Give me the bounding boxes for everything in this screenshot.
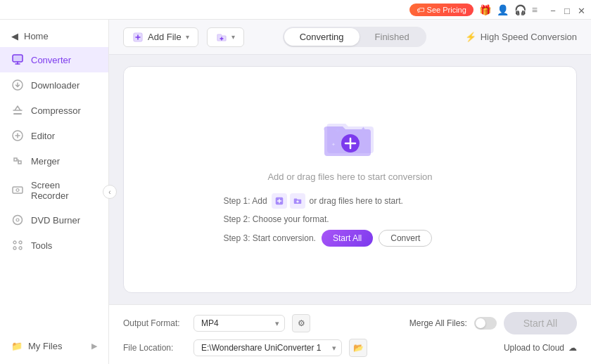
maximize-button[interactable]: □ <box>563 6 571 14</box>
lightning-icon: ⚡ <box>465 32 476 42</box>
dvd-burner-icon <box>11 214 24 226</box>
svg-point-7 <box>13 216 23 225</box>
sidebar-item-downloader[interactable]: Downloader <box>0 72 108 98</box>
step2-text: Step 2: Choose your format. <box>224 214 329 224</box>
add-file-chevron-icon: ▾ <box>186 33 189 41</box>
menu-icon: ≡ <box>532 4 538 15</box>
minimize-button[interactable]: − <box>549 6 557 14</box>
back-icon: ◀ <box>11 31 18 41</box>
svg-rect-5 <box>13 187 23 193</box>
merger-label: Merger <box>31 156 60 167</box>
compressor-label: Compressor <box>31 105 81 116</box>
folder-illustration: ✦ ✦ ✦ <box>319 107 382 163</box>
settings-icon[interactable]: ⚙ <box>292 314 310 332</box>
svg-point-9 <box>13 241 16 244</box>
drop-zone[interactable]: ✦ ✦ ✦ Add or drag files here to start co… <box>123 66 577 293</box>
sidebar-item-my-files[interactable]: 📁 My Files ▶ <box>0 334 108 358</box>
content-area: Add File ▾ ▾ Converting Finished ⚡ High … <box>109 20 591 364</box>
step-3: Step 3: Start conversion. Start All Conv… <box>224 230 477 247</box>
merger-icon <box>11 155 24 167</box>
output-format-select[interactable]: MP4 AVI MOV MKV WMV FLV GIF MP3 <box>193 315 285 332</box>
sidebar-item-compressor[interactable]: Compressor <box>0 98 108 123</box>
browse-folder-icon[interactable]: 📂 <box>349 339 367 357</box>
file-location-select-wrap: E:\Wondershare UniConverter 1 <box>193 339 342 356</box>
cloud-icon: ☁ <box>568 343 577 353</box>
screen-recorder-label: Screen Recorder <box>31 180 97 201</box>
file-location-select[interactable]: E:\Wondershare UniConverter 1 <box>193 339 342 356</box>
sidebar-item-home[interactable]: ◀ Home <box>0 25 108 47</box>
sidebar: ◀ Home Converter Downloader <box>0 20 109 364</box>
svg-point-6 <box>16 189 19 192</box>
editor-icon <box>11 129 24 142</box>
tab-group-container: Converting Finished <box>253 27 457 47</box>
window-controls: − □ ✕ <box>549 6 585 14</box>
output-format-select-wrap: MP4 AVI MOV MKV WMV FLV GIF MP3 <box>193 315 285 332</box>
svg-text:✦: ✦ <box>331 142 336 147</box>
tab-converting[interactable]: Converting <box>284 28 360 46</box>
tab-group: Converting Finished <box>283 27 426 47</box>
svg-point-11 <box>13 247 16 249</box>
sidebar-item-screen-recorder[interactable]: Screen Recorder <box>0 174 108 207</box>
svg-point-8 <box>16 219 19 221</box>
sidebar-item-editor[interactable]: Editor <box>0 123 108 148</box>
gift-icon: 🎁 <box>479 4 491 15</box>
svg-text:✦: ✦ <box>361 126 366 132</box>
downloader-label: Downloader <box>31 80 80 91</box>
title-bar: 🏷 See Pricing 🎁 👤 🎧 ≡ − □ ✕ <box>0 0 591 20</box>
screen-recorder-icon <box>11 184 24 197</box>
tab-finished[interactable]: Finished <box>360 28 425 46</box>
close-button[interactable]: ✕ <box>577 6 585 14</box>
pricing-label: See Pricing <box>427 6 466 14</box>
toggle-knob <box>476 318 485 328</box>
my-files-label: My Files <box>28 341 62 351</box>
sidebar-home-label: Home <box>24 31 49 41</box>
tools-icon <box>11 239 24 252</box>
svg-point-10 <box>19 241 22 244</box>
add-folder-button[interactable]: ▾ <box>207 27 244 47</box>
sidebar-item-tools[interactable]: Tools <box>0 233 108 258</box>
bottom-row-2: File Location: E:\Wondershare UniConvert… <box>123 339 577 357</box>
svg-rect-0 <box>13 55 23 62</box>
convert-inner-button[interactable]: Convert <box>379 230 432 247</box>
add-file-button[interactable]: Add File ▾ <box>123 27 198 47</box>
headphone-icon: 🎧 <box>514 4 526 15</box>
sidebar-item-converter[interactable]: Converter <box>0 47 108 72</box>
downloader-icon <box>11 79 24 91</box>
add-folder-chevron-icon: ▾ <box>231 33 235 41</box>
converter-label: Converter <box>31 55 71 65</box>
app-body: ◀ Home Converter Downloader <box>0 20 591 364</box>
sidebar-item-merger[interactable]: Merger <box>0 148 108 174</box>
tools-label: Tools <box>31 240 52 251</box>
upload-cloud-label: Upload to Cloud <box>504 343 564 353</box>
bottom-row-1: Output Format: MP4 AVI MOV MKV WMV FLV G… <box>123 312 577 334</box>
sidebar-collapse-button[interactable]: ‹ <box>103 185 117 199</box>
add-file-label: Add File <box>148 32 182 42</box>
step3-prefix: Step 3: Start conversion. <box>224 233 316 243</box>
merge-toggle[interactable] <box>474 317 497 330</box>
step1-prefix: Step 1: Add <box>224 196 267 206</box>
pricing-button[interactable]: 🏷 See Pricing <box>409 4 474 16</box>
dvd-burner-label: DVD Burner <box>31 215 80 226</box>
tag-icon: 🏷 <box>417 6 424 14</box>
toolbar: Add File ▾ ▾ Converting Finished ⚡ High … <box>109 20 591 55</box>
start-all-inner-button[interactable]: Start All <box>322 230 373 247</box>
file-location-label: File Location: <box>123 343 186 353</box>
drop-zone-message: Add or drag files here to start conversi… <box>267 171 432 182</box>
user-icon: 👤 <box>497 4 509 15</box>
my-files-arrow-icon: ▶ <box>91 342 97 351</box>
bottom-bar: Output Format: MP4 AVI MOV MKV WMV FLV G… <box>109 304 591 364</box>
svg-rect-3 <box>13 113 22 115</box>
start-all-main-button[interactable]: Start All <box>504 312 577 334</box>
sidebar-item-dvd-burner[interactable]: DVD Burner <box>0 207 108 233</box>
step-1: Step 1: Add <box>224 193 477 209</box>
step1-add-file-icon <box>272 193 287 209</box>
editor-label: Editor <box>31 131 55 141</box>
upload-cloud-button[interactable]: Upload to Cloud ☁ <box>504 343 577 353</box>
drop-zone-wrapper: ✦ ✦ ✦ Add or drag files here to start co… <box>109 55 591 304</box>
merge-label: Merge All Files: <box>409 318 467 328</box>
my-files-icon: 📁 <box>11 341 23 351</box>
steps-container: Step 1: Add <box>217 193 484 252</box>
step1-buttons <box>272 193 305 209</box>
step1-add-folder-icon <box>290 193 305 209</box>
step-2: Step 2: Choose your format. <box>224 214 477 224</box>
